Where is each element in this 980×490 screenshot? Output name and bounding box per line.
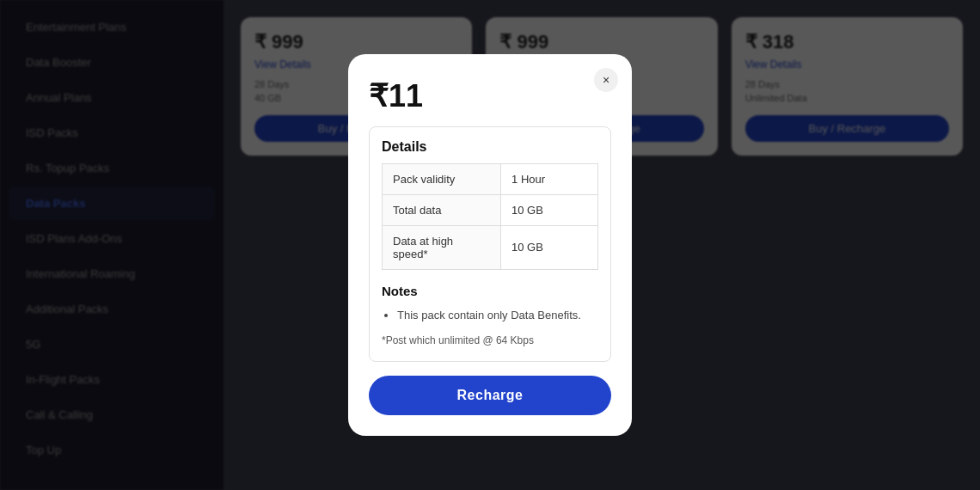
modal-overlay: × ₹11 Details Pack validity 1 Hour Total… <box>0 0 980 490</box>
notes-bullet: This pack contain only Data Benefits. <box>397 307 598 325</box>
table-cell-validity-label: Pack validity <box>383 163 501 194</box>
recharge-button[interactable]: Recharge <box>369 376 611 415</box>
table-cell-validity-value: 1 Hour <box>501 163 598 194</box>
close-button[interactable]: × <box>594 68 618 92</box>
table-row-validity: Pack validity 1 Hour <box>383 163 598 194</box>
table-row-high-speed: Data at high speed* 10 GB <box>383 225 598 269</box>
plan-detail-modal: × ₹11 Details Pack validity 1 Hour Total… <box>348 54 632 437</box>
notes-title: Notes <box>382 284 598 298</box>
table-cell-high-speed-label: Data at high speed* <box>383 225 501 269</box>
table-cell-high-speed-value: 10 GB <box>501 225 598 269</box>
table-cell-total-data-label: Total data <box>383 194 501 225</box>
modal-scrollable-content[interactable]: Details Pack validity 1 Hour Total data … <box>369 126 611 363</box>
table-cell-total-data-value: 10 GB <box>501 194 598 225</box>
modal-price: ₹11 <box>369 78 611 114</box>
table-row-total-data: Total data 10 GB <box>383 194 598 225</box>
notes-content: This pack contain only Data Benefits. *P… <box>382 307 598 350</box>
details-section-title: Details <box>382 139 598 155</box>
notes-footnote: *Post which unlimited @ 64 Kbps <box>382 333 598 349</box>
details-table: Pack validity 1 Hour Total data 10 GB Da… <box>382 163 598 270</box>
